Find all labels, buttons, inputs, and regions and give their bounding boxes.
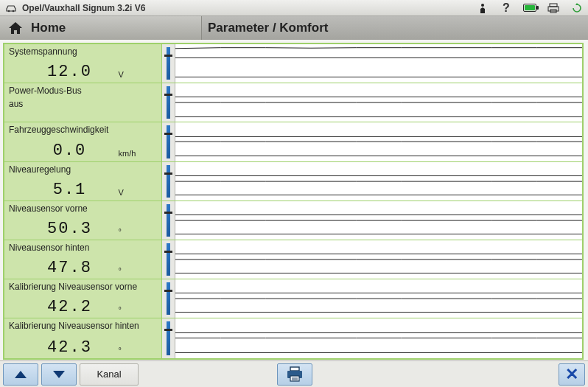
param-unit: ° — [119, 305, 141, 316]
param-graph — [162, 318, 582, 358]
param-unit: ° — [119, 227, 141, 238]
param-label-block: Niveausensor vorne50.3° — [4, 201, 162, 240]
param-unit: V — [119, 188, 141, 199]
param-graph — [162, 83, 582, 122]
param-name: Systemspannung — [9, 46, 157, 58]
param-row[interactable]: Fahrzeuggeschwindigkeit0.0km/h — [4, 122, 582, 161]
person-icon[interactable] — [476, 3, 489, 13]
param-name: Kalibrierung Niveausensor hinten — [9, 321, 157, 332]
param-name: Niveausensor hinten — [9, 243, 157, 254]
param-unit: ° — [119, 346, 141, 357]
param-label-block: Kalibrierung Niveausensor vorne42.2° — [4, 279, 162, 318]
level-indicator — [162, 201, 175, 240]
close-button[interactable]: ✕ — [559, 363, 585, 386]
svg-rect-4 — [548, 7, 559, 11]
param-row[interactable]: Systemspannung12.0V — [4, 44, 582, 83]
help-icon[interactable]: ? — [500, 1, 513, 15]
param-name: Niveauregelung — [9, 164, 157, 176]
param-row[interactable]: Kalibrierung Niveausensor vorne42.2° — [4, 279, 582, 318]
param-graph — [162, 122, 582, 161]
param-value: 42.2 — [26, 298, 114, 316]
car-icon — [4, 4, 18, 13]
svg-rect-3 — [550, 4, 557, 7]
level-indicator — [162, 279, 175, 318]
param-graph — [162, 279, 582, 318]
svg-point-2 — [481, 4, 484, 7]
level-indicator — [162, 44, 175, 83]
kanal-button[interactable]: Kanal — [80, 363, 139, 386]
vehicle-name: Opel/Vauxhall Signum 3.2i V6 — [22, 3, 145, 13]
param-row[interactable]: Kalibrierung Niveausensor hinten42.3° — [4, 318, 582, 358]
level-indicator — [162, 162, 175, 201]
page-title: Parameter / Komfort — [202, 16, 588, 40]
param-unit: V — [119, 70, 141, 81]
param-text-value: aus — [9, 97, 157, 109]
param-label-block: Systemspannung12.0V — [4, 44, 162, 83]
graph-canvas — [175, 83, 582, 122]
titlebar: Opel/Vauxhall Signum 3.2i V6 ? — [0, 0, 588, 16]
graph-canvas — [175, 318, 582, 358]
param-row[interactable]: Niveauregelung5.1V — [4, 162, 582, 201]
header-row: Home Parameter / Komfort — [0, 16, 588, 40]
home-icon — [7, 21, 24, 35]
param-graph — [162, 162, 582, 201]
level-indicator — [162, 122, 175, 161]
level-indicator — [162, 318, 175, 358]
param-unit: km/h — [119, 149, 141, 160]
param-value: 12.0 — [26, 63, 114, 81]
svg-point-1 — [13, 10, 15, 12]
graph-canvas — [175, 201, 582, 240]
bottom-toolbar: Kanal ✕ — [0, 360, 588, 387]
param-label-block: Niveausensor hinten47.8° — [4, 240, 162, 279]
scroll-down-button[interactable] — [41, 363, 77, 386]
param-label-block: Niveauregelung5.1V — [4, 162, 162, 201]
print-icon[interactable] — [547, 3, 560, 13]
scroll-up-button[interactable] — [3, 363, 38, 386]
graph-canvas — [175, 240, 582, 279]
param-row[interactable]: Power-Modus-Busaus — [4, 83, 582, 122]
param-value: 42.3 — [26, 338, 114, 357]
level-indicator — [162, 240, 175, 279]
home-label: Home — [31, 21, 66, 35]
refresh-icon[interactable] — [570, 3, 584, 13]
graph-canvas — [175, 162, 582, 201]
param-value: 0.0 — [26, 142, 114, 160]
param-label-block: Kalibrierung Niveausensor hinten42.3° — [4, 318, 162, 358]
param-graph — [162, 240, 582, 279]
param-row[interactable]: Niveausensor vorne50.3° — [4, 201, 582, 240]
battery-icon — [523, 4, 536, 12]
parameter-table: Systemspannung12.0VPower-Modus-BusausFah… — [3, 43, 584, 360]
param-unit: ° — [119, 266, 141, 277]
graph-canvas — [175, 279, 582, 318]
graph-canvas — [175, 122, 582, 161]
svg-point-0 — [8, 10, 10, 12]
param-label-block: Fahrzeuggeschwindigkeit0.0km/h — [4, 122, 162, 161]
home-button[interactable]: Home — [0, 16, 202, 40]
level-indicator — [162, 83, 175, 122]
param-row[interactable]: Niveausensor hinten47.8° — [4, 240, 582, 279]
param-value: 47.8 — [26, 259, 114, 277]
param-value: 5.1 — [26, 181, 114, 199]
param-name: Niveausensor vorne — [9, 203, 157, 215]
param-graph — [162, 201, 582, 240]
graph-canvas — [175, 44, 582, 83]
param-label-block: Power-Modus-Busaus — [4, 83, 162, 122]
param-graph — [162, 44, 582, 83]
param-value: 50.3 — [26, 220, 114, 238]
print-button[interactable] — [277, 363, 312, 386]
svg-rect-6 — [290, 367, 299, 371]
param-name: Power-Modus-Bus — [9, 86, 157, 97]
param-name: Kalibrierung Niveausensor vorne — [9, 282, 157, 293]
param-name: Fahrzeuggeschwindigkeit — [9, 125, 157, 136]
